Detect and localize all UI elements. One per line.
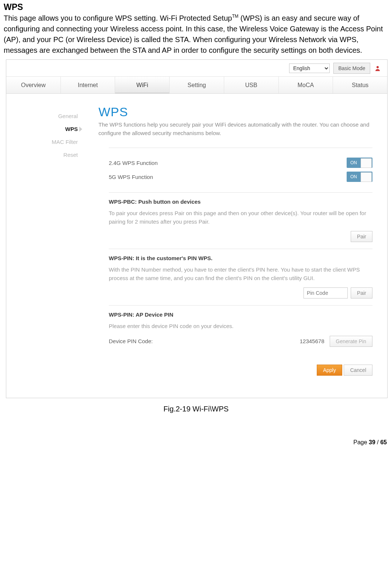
apply-button[interactable]: Apply — [317, 365, 342, 376]
page-title: WPS — [98, 105, 372, 119]
nav-setting[interactable]: Setting — [170, 77, 224, 93]
device-pin-value: 12345678 — [300, 338, 325, 344]
wps-5g-row: 5G WPS Function ON — [109, 172, 372, 182]
wps-client-pin-title: WPS-PIN: It is the customer's PIN WPS. — [109, 255, 372, 261]
device-pin-label: Device PIN Code: — [109, 338, 153, 344]
wps-pbc-title: WPS-PBC: Push button on devices — [109, 199, 372, 205]
nav-usb[interactable]: USB — [224, 77, 279, 93]
doc-section-title: WPS — [4, 2, 388, 12]
client-pin-pair-button[interactable]: Pair — [351, 287, 372, 299]
device-pin-row: Device PIN Code: 12345678 Generate Pin — [109, 336, 372, 347]
page-sep: / — [375, 439, 380, 445]
wps-24g-toggle[interactable]: ON — [347, 158, 372, 168]
wps-ap-pin-desc: Please enter this device PIN code on you… — [109, 322, 372, 331]
wps-5g-toggle[interactable]: ON — [347, 172, 372, 182]
nav-moca[interactable]: MoCA — [279, 77, 333, 93]
wps-ap-pin-section: WPS-PIN: AP Device PIN Please enter this… — [109, 305, 372, 357]
nav-wifi[interactable]: WiFi — [115, 77, 170, 93]
sidebar: General WPS MAC Filter Reset — [6, 94, 84, 398]
wps-client-pin-desc: With the PIN Number method, you have to … — [109, 266, 372, 282]
basic-mode-button[interactable]: Basic Mode — [333, 63, 370, 74]
cancel-button[interactable]: Cancel — [344, 365, 372, 376]
figure-caption: Fig.2-19 Wi-Fi\WPS — [4, 405, 388, 413]
main-nav: Overview Internet WiFi Setting USB MoCA … — [6, 77, 387, 94]
page-footer: Page 39 / 65 — [0, 439, 392, 449]
wps-client-pin-section: WPS-PIN: It is the customer's PIN WPS. W… — [109, 249, 372, 305]
nav-overview[interactable]: Overview — [6, 77, 61, 93]
sidebar-item-reset[interactable]: Reset — [6, 152, 78, 158]
client-pin-input[interactable] — [303, 287, 348, 299]
pbc-pair-button[interactable]: Pair — [351, 231, 372, 242]
footer-actions: Apply Cancel — [109, 365, 372, 376]
nav-status[interactable]: Status — [333, 77, 387, 93]
sidebar-item-general[interactable]: General — [6, 113, 78, 119]
content-area: WPS The WPS functions help you securely … — [84, 94, 387, 398]
page-current: 39 — [369, 439, 375, 445]
doc-para-text-1: This page allows you to configure WPS se… — [4, 14, 232, 22]
page-label: Page — [353, 439, 369, 445]
language-select[interactable]: English — [289, 63, 330, 73]
page-subtitle: The WPS functions help you securely pair… — [98, 121, 372, 137]
svg-point-0 — [377, 66, 379, 68]
wps-24g-label: 2.4G WPS Function — [109, 160, 158, 166]
sidebar-item-wps[interactable]: WPS — [6, 126, 78, 132]
wps-pbc-desc: To pair your devices press Pair on this … — [109, 209, 372, 226]
nav-internet[interactable]: Internet — [61, 77, 115, 93]
wps-5g-label: 5G WPS Function — [109, 174, 153, 180]
user-icon[interactable] — [374, 65, 381, 72]
trademark-superscript: TM — [232, 14, 238, 19]
doc-paragraph: This page allows you to configure WPS se… — [4, 13, 388, 56]
wps-toggle-section: 2.4G WPS Function ON 5G WPS Function ON — [109, 148, 372, 192]
page-total: 65 — [380, 439, 387, 445]
wps-pbc-section: WPS-PBC: Push button on devices To pair … — [109, 192, 372, 249]
sidebar-item-mac-filter[interactable]: MAC Filter — [6, 139, 78, 145]
body-area: General WPS MAC Filter Reset WPS The WPS… — [6, 94, 387, 398]
wps-24g-row: 2.4G WPS Function ON — [109, 158, 372, 168]
top-bar: English Basic Mode — [6, 60, 387, 77]
wps-ap-pin-title: WPS-PIN: AP Device PIN — [109, 311, 372, 318]
generate-pin-button[interactable]: Generate Pin — [330, 336, 373, 347]
router-admin-screenshot: English Basic Mode Overview Internet WiF… — [6, 59, 388, 398]
